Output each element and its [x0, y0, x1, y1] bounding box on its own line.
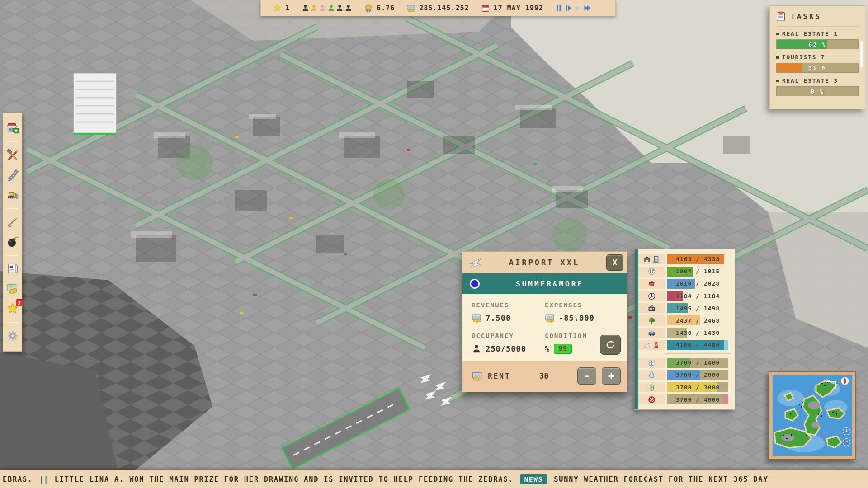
sidebar-item-achievements[interactable]: 2 — [5, 301, 20, 316]
stat-bar: 3700 / 1400 — [667, 358, 728, 368]
tasks-title: TASKS — [791, 12, 821, 21]
step-button[interactable] — [565, 5, 572, 12]
restaurant-icon — [648, 267, 656, 275]
sidebar-item-newspaper[interactable] — [5, 261, 20, 277]
task-item[interactable]: REAL ESTATE 30 % — [776, 77, 859, 96]
stat-bar: 1495 / 1498 — [667, 303, 728, 313]
bullet-icon — [776, 56, 779, 59]
bullet-icon — [776, 80, 779, 82]
pause-button[interactable] — [555, 5, 562, 12]
sidebar-item-finances[interactable] — [5, 281, 20, 296]
calendar-icon — [481, 4, 490, 13]
stat-row: 4169 / 4338 — [638, 254, 731, 264]
star-icon — [273, 4, 282, 13]
sports-icon — [648, 292, 656, 300]
top-status-bar: 1 6.76 285.145.252 17 MAY 1992 — [260, 0, 616, 16]
minimap-zoom-in-button[interactable]: + — [843, 427, 850, 435]
dialog-title: AIRPORT XXL — [482, 258, 606, 267]
sidebar-item-terrain[interactable] — [5, 214, 20, 230]
sidebar-item-demolish[interactable] — [5, 234, 20, 249]
tasks-scrollbar[interactable] — [860, 41, 863, 67]
stat-value: 2010 / 2028 — [667, 279, 728, 289]
ticker-separator: || — [39, 475, 48, 484]
sidebar-item-tools[interactable] — [5, 147, 20, 163]
divider — [776, 26, 859, 27]
hotel-building — [74, 73, 116, 135]
rent-label: RENT — [488, 372, 511, 380]
star-level: 1 — [273, 4, 290, 13]
sidebar-item-settings[interactable] — [5, 328, 20, 343]
stat-icons — [638, 370, 665, 380]
minimap-zoom-out-button[interactable]: - — [843, 438, 850, 446]
ticker-text-partial: EBRAS. — [3, 475, 33, 483]
water-icon — [648, 371, 656, 379]
rent-decrease-button[interactable]: - — [577, 367, 596, 385]
person-icon — [472, 344, 481, 354]
newspaper-icon — [6, 263, 19, 275]
airplane-icon — [643, 341, 651, 349]
treasury: 285.145.252 — [406, 4, 469, 13]
task-label: REAL ESTATE 3 — [776, 77, 859, 84]
task-label: TOURISTS 7 — [776, 54, 859, 61]
close-button[interactable]: X — [606, 254, 623, 271]
citizen-yellow-icon — [310, 4, 318, 12]
dialog-footer: RENT 30 - + — [462, 361, 627, 392]
task-percent: 0 % — [777, 87, 858, 96]
stat-icons — [638, 303, 665, 313]
stat-bar: 1430 / 1430 — [667, 328, 728, 338]
percent-sign: % — [545, 344, 550, 353]
shopping-icon — [648, 280, 656, 287]
stat-value: 1430 / 1430 — [667, 328, 728, 338]
divider — [7, 141, 18, 142]
notification-badge: 2 — [16, 299, 23, 306]
fast-forward-button[interactable] — [584, 5, 591, 12]
population-icons — [302, 4, 352, 12]
divider — [7, 208, 18, 209]
stat-bar: 4169 / 4338 — [667, 254, 728, 264]
minimap-canvas[interactable] — [773, 375, 852, 456]
money-icon — [545, 313, 555, 323]
game-date: 17 MAY 1992 — [481, 4, 543, 13]
money-icon — [472, 371, 482, 381]
citizen-pink-icon — [319, 4, 326, 12]
ticker-item-2: SUNNY WEATHER FORECAST FOR THE NEXT 365 … — [554, 475, 768, 483]
owner-name: SUMMER&MORE — [480, 280, 620, 288]
occupancy-label: OCCUPANCY — [472, 332, 545, 339]
sidebar-item-build[interactable] — [5, 120, 20, 136]
revenues-label: REVENUES — [472, 301, 545, 309]
stat-row: 2437 / 2468 — [638, 315, 731, 325]
divider — [665, 353, 731, 354]
city-stats-panel: 4169 / 43381904 / 19152010 / 20281184 / … — [635, 249, 735, 410]
home-icon — [643, 255, 651, 263]
play-button[interactable] — [574, 5, 581, 12]
condition-badge: 99 — [554, 344, 572, 354]
minimap[interactable]: + - — [769, 371, 856, 460]
stat-value: 1904 / 1915 — [667, 267, 728, 277]
task-item[interactable]: REAL ESTATE 162 % — [776, 30, 859, 49]
owner-color-dot — [470, 279, 480, 289]
rating: 6.76 — [364, 4, 395, 13]
money-value: 285.145.252 — [419, 4, 469, 12]
rating-value: 6.76 — [377, 4, 395, 12]
lighthouse-icon — [652, 341, 660, 349]
stat-bar: 3700 / 2000 — [667, 370, 728, 380]
bullet-icon — [776, 33, 779, 35]
sidebar-item-bulldozer[interactable] — [5, 187, 20, 202]
task-list: REAL ESTATE 162 %TOURISTS 731 %REAL ESTA… — [776, 30, 859, 96]
tool-sidebar: 2 — [3, 113, 22, 352]
task-progress: 62 % — [776, 39, 859, 49]
stat-row: 1495 / 1498 — [638, 303, 731, 313]
citizen-dark-1-icon — [302, 4, 309, 12]
stat-row: 2010 / 2028 — [638, 279, 731, 289]
stat-value: 1495 / 1498 — [667, 303, 728, 313]
city-map-canvas[interactable] — [0, 0, 868, 488]
bulldozer-icon — [6, 188, 19, 201]
news-badge: NEWS — [520, 474, 548, 484]
repair-button[interactable] — [600, 335, 621, 355]
task-item[interactable]: TOURISTS 731 % — [776, 54, 859, 73]
rent-increase-button[interactable]: + — [602, 367, 621, 385]
stat-icons — [638, 328, 665, 338]
stat-row: 3700 / 2000 — [638, 370, 731, 380]
tasks-panel: TASKS REAL ESTATE 162 %TOURISTS 731 %REA… — [769, 5, 865, 109]
sidebar-item-roads[interactable] — [5, 167, 20, 183]
